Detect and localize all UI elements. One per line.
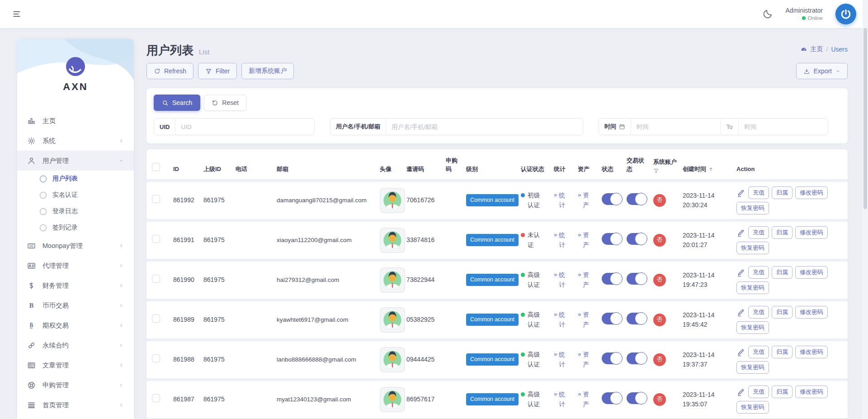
row-checkbox[interactable] bbox=[152, 275, 160, 283]
change-password-button[interactable]: 修改密码 bbox=[795, 386, 828, 398]
row-checkbox[interactable] bbox=[152, 195, 160, 203]
user-block[interactable]: Administrator Online bbox=[786, 7, 823, 21]
restore-password-button[interactable]: 恢复密码 bbox=[736, 242, 769, 254]
reset-button[interactable]: Reset bbox=[204, 95, 246, 111]
recharge-button[interactable]: 充值 bbox=[748, 386, 769, 398]
sidebar-subitem[interactable]: 实名认证 bbox=[17, 187, 134, 203]
row-checkbox[interactable] bbox=[152, 235, 160, 243]
column-header-email: 邮箱 bbox=[277, 165, 378, 174]
stats-link[interactable]: »统计 bbox=[554, 350, 576, 369]
refresh-button[interactable]: Refresh bbox=[146, 63, 193, 79]
recharge-button[interactable]: 充值 bbox=[748, 226, 769, 239]
scrollbar-thumb[interactable] bbox=[863, 28, 867, 209]
sidebar-item[interactable]: 首页管理 bbox=[17, 395, 134, 415]
sidebar-subitem[interactable]: 签到记录 bbox=[17, 219, 134, 236]
edit-pencil-icon[interactable] bbox=[736, 308, 745, 317]
stats-link[interactable]: »统计 bbox=[554, 390, 576, 409]
assets-link[interactable]: »资产 bbox=[578, 310, 600, 329]
belong-button[interactable]: 归属 bbox=[772, 226, 793, 239]
sidebar-item[interactable]: 永续合约 bbox=[17, 335, 134, 355]
belong-button[interactable]: 归属 bbox=[772, 386, 793, 398]
restore-password-button[interactable]: 恢复密码 bbox=[736, 321, 769, 334]
add-system-account-button[interactable]: 新增系统账户 bbox=[241, 63, 294, 79]
column-filter-funnel-icon[interactable] bbox=[653, 168, 659, 174]
sidebar-item[interactable]: 文章管理 bbox=[17, 355, 134, 375]
status-toggle[interactable] bbox=[602, 392, 622, 404]
assets-link[interactable]: »资产 bbox=[578, 350, 600, 369]
filter-button[interactable]: Filter bbox=[198, 63, 237, 79]
change-password-button[interactable]: 修改密码 bbox=[795, 266, 828, 279]
belong-button[interactable]: 归属 bbox=[772, 306, 793, 319]
change-password-button[interactable]: 修改密码 bbox=[795, 346, 828, 358]
export-button[interactable]: Export bbox=[796, 63, 848, 79]
trade-status-toggle[interactable] bbox=[627, 193, 646, 205]
uid-input[interactable] bbox=[175, 119, 314, 135]
change-password-button[interactable]: 修改密码 bbox=[795, 306, 828, 319]
row-checkbox[interactable] bbox=[152, 394, 160, 402]
sidebar-item[interactable]: B币币交易 bbox=[17, 295, 134, 315]
restore-password-button[interactable]: 恢复密码 bbox=[736, 281, 769, 294]
edit-pencil-icon[interactable] bbox=[736, 387, 745, 396]
sidebar-item[interactable]: 申购管理 bbox=[17, 375, 134, 395]
edit-pencil-icon[interactable] bbox=[736, 348, 745, 357]
status-toggle[interactable] bbox=[602, 193, 622, 205]
time-from-input[interactable] bbox=[631, 119, 720, 135]
search-button[interactable]: Search bbox=[154, 95, 200, 111]
time-to-input[interactable] bbox=[739, 119, 828, 135]
row-checkbox[interactable] bbox=[152, 314, 160, 323]
sidebar-subitem[interactable]: 登录日志 bbox=[17, 203, 134, 219]
row-checkbox[interactable] bbox=[152, 354, 160, 362]
edit-pencil-icon[interactable] bbox=[736, 188, 745, 197]
recharge-button[interactable]: 充值 bbox=[748, 266, 769, 279]
restore-password-button[interactable]: 恢复密码 bbox=[736, 361, 769, 374]
status-toggle[interactable] bbox=[602, 313, 622, 324]
trade-status-toggle[interactable] bbox=[627, 313, 646, 324]
trade-status-toggle[interactable] bbox=[627, 273, 646, 285]
sidebar-item[interactable]: B期权交易 bbox=[17, 315, 134, 335]
user-avatar[interactable] bbox=[835, 4, 856, 24]
recharge-button[interactable]: 充值 bbox=[748, 186, 769, 199]
select-all-checkbox[interactable] bbox=[152, 163, 160, 171]
stats-link[interactable]: »统计 bbox=[554, 310, 576, 329]
assets-link[interactable]: »资产 bbox=[578, 390, 600, 409]
sidebar-item[interactable]: 用户管理 bbox=[17, 151, 134, 171]
assets-link[interactable]: »资产 bbox=[578, 270, 600, 290]
dark-mode-icon[interactable] bbox=[762, 9, 773, 19]
edit-pencil-icon[interactable] bbox=[736, 228, 745, 237]
column-header-created[interactable]: 创建时间 bbox=[683, 165, 735, 174]
trade-status-toggle[interactable] bbox=[627, 392, 646, 404]
stats-link[interactable]: »统计 bbox=[554, 230, 576, 250]
restore-password-button[interactable]: 恢复密码 bbox=[736, 401, 769, 414]
logo[interactable]: AXN bbox=[17, 56, 134, 93]
sidebar-item[interactable]: 代理管理 bbox=[17, 256, 134, 276]
assets-link[interactable]: »资产 bbox=[578, 190, 600, 210]
belong-button[interactable]: 归属 bbox=[772, 266, 793, 279]
menu-toggle-icon[interactable] bbox=[12, 10, 22, 18]
belong-button[interactable]: 归属 bbox=[772, 186, 793, 199]
change-password-button[interactable]: 修改密码 bbox=[795, 226, 828, 239]
trade-status-toggle[interactable] bbox=[627, 233, 646, 245]
sidebar-item[interactable]: 系统 bbox=[17, 131, 134, 151]
toggle-knob bbox=[635, 392, 647, 405]
change-password-button[interactable]: 修改密码 bbox=[795, 186, 828, 199]
stats-link[interactable]: »统计 bbox=[554, 190, 576, 210]
recharge-button[interactable]: 充值 bbox=[748, 306, 769, 319]
sidebar-subitem[interactable]: 用户列表 bbox=[17, 171, 134, 187]
recharge-button[interactable]: 充值 bbox=[748, 346, 769, 358]
status-toggle[interactable] bbox=[602, 233, 622, 245]
breadcrumb-home[interactable]: 主页 bbox=[811, 45, 823, 53]
status-toggle[interactable] bbox=[602, 273, 622, 285]
sidebar-item[interactable]: 财务管理 bbox=[17, 276, 134, 295]
scrollbar-track[interactable] bbox=[863, 0, 868, 419]
belong-button[interactable]: 归属 bbox=[772, 346, 793, 358]
sidebar-item[interactable]: 配置管理 bbox=[17, 415, 134, 419]
edit-pencil-icon[interactable] bbox=[736, 268, 745, 277]
stats-link[interactable]: »统计 bbox=[554, 270, 576, 290]
assets-link[interactable]: »资产 bbox=[578, 230, 600, 250]
trade-status-toggle[interactable] bbox=[627, 352, 646, 364]
restore-password-button[interactable]: 恢复密码 bbox=[736, 202, 769, 214]
status-toggle[interactable] bbox=[602, 352, 622, 364]
sidebar-item[interactable]: 主页 bbox=[17, 111, 134, 131]
sidebar-item[interactable]: CCMoonpay管理 bbox=[17, 236, 134, 256]
username-phone-email-input[interactable] bbox=[386, 119, 583, 135]
